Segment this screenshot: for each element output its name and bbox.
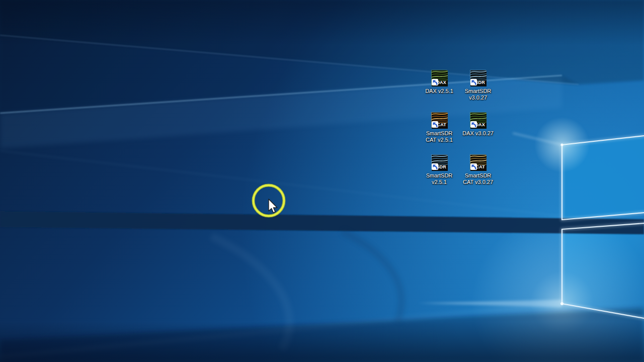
icon-label: SmartSDR CAT v3.0.27 — [458, 172, 498, 186]
icon-label: SmartSDR CAT v2.5.1 — [420, 130, 459, 143]
desktop-icons-grid: DAX DAX v2.5.1 — [0, 0, 644, 362]
desktop-icon-smartsdr-v2-5-1[interactable]: SDR SmartSDR v2.5.1 — [420, 154, 459, 186]
desktop-icon-dax-v3-0-27[interactable]: DAX DAX v3.0.27 — [458, 112, 498, 137]
app-icon: CAT — [470, 154, 486, 170]
app-icon: DAX — [431, 70, 447, 86]
icon-overlay-text: CAT — [476, 164, 485, 170]
desktop-icon-smartsdr-cat-v2-5-1[interactable]: CAT SmartSDR CAT v2.5.1 — [420, 112, 459, 143]
desktop-icon-smartsdr-v3-0-27[interactable]: SDR SmartSDR v3.0.27 — [458, 70, 498, 101]
icon-label: SmartSDR v3.0.27 — [458, 88, 498, 101]
shortcut-arrow-icon — [470, 121, 477, 128]
app-icon: DAX — [470, 112, 486, 128]
icon-label: DAX v2.5.1 — [420, 88, 459, 95]
shortcut-arrow-icon — [432, 121, 438, 128]
icon-label: SmartSDR v2.5.1 — [420, 172, 459, 186]
app-icon: SDR — [470, 70, 486, 86]
app-icon: CAT — [431, 112, 447, 128]
icon-label: DAX v3.0.27 — [458, 130, 498, 137]
shortcut-arrow-icon — [470, 79, 477, 85]
desktop-icon-dax-v2-5-1[interactable]: DAX DAX v2.5.1 — [420, 70, 459, 95]
desktop-icon-smartsdr-cat-v3-0-27[interactable]: CAT SmartSDR CAT v3.0.27 — [458, 154, 498, 186]
icon-overlay-text: CAT — [437, 122, 446, 128]
desktop-background[interactable]: DAX DAX v2.5.1 — [0, 0, 644, 362]
app-icon: SDR — [431, 154, 447, 170]
shortcut-arrow-icon — [432, 79, 438, 85]
shortcut-arrow-icon — [432, 163, 438, 170]
shortcut-arrow-icon — [470, 163, 477, 170]
